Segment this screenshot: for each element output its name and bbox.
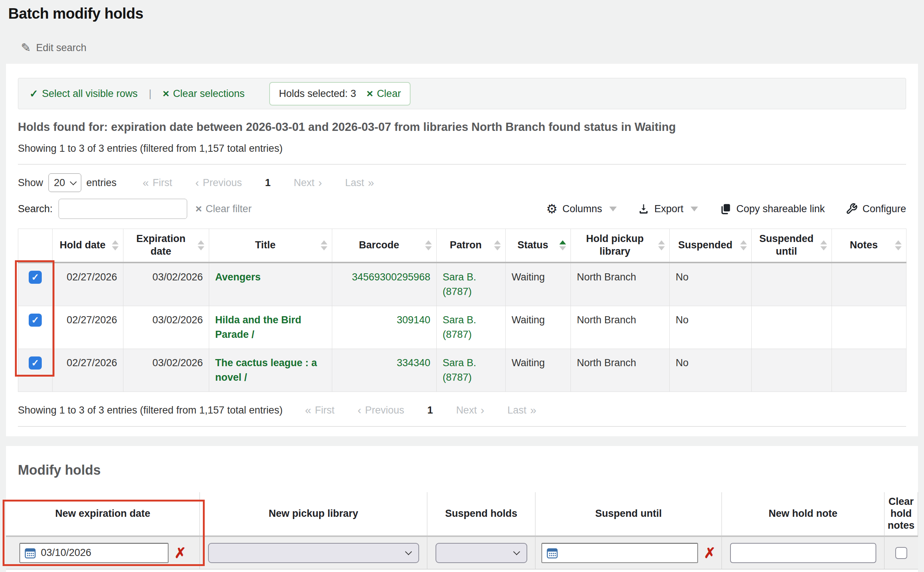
clear-hold-notes-cell — [884, 535, 918, 569]
edit-search-link[interactable]: ✎ Edit search — [21, 40, 87, 55]
select-all-visible-rows-link[interactable]: ✓ Select all visible rows — [30, 88, 138, 100]
search-input[interactable] — [59, 199, 187, 219]
divider-rule — [18, 164, 906, 165]
form-header-new-pickup-library: New pickup library — [200, 492, 427, 535]
configure-button[interactable]: Configure — [846, 203, 906, 215]
expiration-date-cell: 03/02/2026 — [123, 349, 209, 392]
clear-hold-notes-checkbox[interactable] — [895, 547, 907, 559]
pickup-library-cell: North Branch — [571, 306, 670, 349]
pagination-last: Last » — [508, 404, 537, 417]
title-link[interactable]: Avengers — [215, 272, 261, 283]
double-chevron-left-icon: « — [143, 176, 149, 189]
row-checkbox-checked[interactable]: ✓ — [29, 314, 42, 326]
select-column-header — [18, 229, 53, 263]
row-checkbox-checked[interactable]: ✓ — [29, 356, 42, 370]
form-header-suspend-until: Suspend until — [536, 492, 722, 535]
patron-link[interactable]: Sara B. (8787) — [443, 357, 476, 383]
suspended-cell: No — [670, 349, 752, 392]
select-all-label: Select all visible rows — [42, 88, 138, 99]
chevron-down-icon — [513, 549, 520, 555]
x-icon: × — [366, 88, 373, 99]
notes-cell — [832, 349, 907, 392]
clear-selected-holds-link[interactable]: × Clear — [366, 88, 401, 99]
double-chevron-right-icon: » — [530, 404, 537, 417]
clear-filter-link[interactable]: × Clear filter — [196, 203, 252, 215]
clear-suspend-until-button[interactable]: ✗ — [704, 546, 716, 560]
sort-icon — [425, 240, 432, 250]
pagination-previous: ‹ Previous — [196, 176, 242, 189]
new-expiration-date-input[interactable]: 03/10/2026 — [19, 543, 169, 563]
clear-expiration-date-button[interactable]: ✗ — [174, 546, 186, 560]
copy-link-label: Copy shareable link — [736, 203, 825, 215]
column-header-hold-date[interactable]: Hold date — [53, 229, 123, 263]
column-header-suspended-until[interactable]: Suspended until — [752, 229, 832, 263]
caret-down-icon — [691, 207, 698, 211]
batch-modify-holds-page: Batch modify holds ✎ Edit search ✓ Selec… — [0, 0, 924, 572]
calendar-icon — [547, 547, 558, 559]
check-icon: ✓ — [30, 88, 38, 100]
suspended-cell: No — [670, 306, 752, 349]
suspended-until-cell — [752, 306, 832, 349]
suspend-holds-select[interactable] — [436, 543, 527, 563]
title-link[interactable]: Hilda and the Bird Parade / — [215, 314, 301, 340]
column-header-suspended[interactable]: Suspended — [670, 229, 752, 263]
next-label: Next — [294, 177, 315, 189]
pagination-page-1[interactable]: 1 — [265, 177, 271, 189]
results-card: ✓ Select all visible rows | × Clear sele… — [6, 64, 918, 436]
row-checkbox-checked[interactable]: ✓ — [29, 271, 42, 284]
bottom-pagination-row: Showing 1 to 3 of 3 entries (filtered fr… — [18, 404, 906, 417]
barcode-link[interactable]: 334340 — [397, 357, 430, 368]
divider: | — [149, 88, 151, 99]
patron-link[interactable]: Sara B. (8787) — [443, 272, 476, 297]
new-hold-note-cell — [722, 535, 884, 569]
pencil-icon: ✎ — [21, 40, 31, 55]
table-header-row: Hold date Expiration date Title Barcode … — [18, 229, 907, 263]
table-row: ✓ 02/27/2026 03/02/2026 Avengers 3456930… — [18, 263, 907, 306]
status-cell: Waiting — [506, 349, 571, 392]
copy-shareable-link-button[interactable]: Copy shareable link — [719, 202, 825, 215]
pagination-next: Next › — [294, 176, 322, 189]
status-cell: Waiting — [506, 306, 571, 349]
chevron-down-icon — [405, 549, 412, 555]
export-button[interactable]: Export — [638, 203, 698, 215]
new-pickup-library-cell — [200, 535, 427, 569]
column-header-expiration-date[interactable]: Expiration date — [123, 229, 209, 263]
holds-selected-badge: Holds selected: 3 × Clear — [269, 82, 410, 106]
sort-icon — [895, 240, 902, 250]
column-header-status[interactable]: Status — [506, 229, 571, 263]
chevron-down-icon — [70, 178, 76, 185]
sort-icon — [494, 240, 501, 250]
table-row: ✓ 02/27/2026 03/02/2026 Hilda and the Bi… — [18, 306, 907, 349]
search-toolbar-row: Search: × Clear filter ⚙ Columns Export — [18, 199, 906, 219]
new-expiration-date-cell: 03/10/2026 ✗ — [6, 535, 200, 569]
suspended-cell: No — [670, 263, 752, 306]
configure-label: Configure — [862, 203, 906, 215]
suspend-until-input[interactable] — [541, 543, 698, 563]
sort-icon — [198, 240, 204, 250]
barcode-link[interactable]: 34569300295968 — [352, 272, 430, 283]
column-header-barcode[interactable]: Barcode — [332, 229, 436, 263]
columns-button[interactable]: ⚙ Columns — [546, 202, 617, 215]
chevron-left-icon: ‹ — [357, 404, 361, 417]
last-label: Last — [508, 404, 526, 416]
new-hold-note-input[interactable] — [730, 543, 876, 563]
column-header-patron[interactable]: Patron — [436, 229, 506, 263]
column-header-notes[interactable]: Notes — [832, 229, 907, 263]
pagination-page-1[interactable]: 1 — [427, 404, 433, 416]
new-pickup-library-select[interactable] — [208, 543, 419, 563]
column-header-hold-pickup-library[interactable]: Hold pickup library — [571, 229, 670, 263]
title-link[interactable]: The cactus league : a novel / — [215, 357, 317, 383]
search-label: Search: — [18, 203, 53, 215]
barcode-link[interactable]: 309140 — [397, 314, 430, 325]
clear-selections-link[interactable]: × Clear selections — [163, 88, 245, 99]
last-label: Last — [345, 177, 364, 189]
expiration-date-cell: 03/02/2026 — [123, 306, 209, 349]
pickup-library-cell: North Branch — [571, 349, 670, 392]
previous-label: Previous — [365, 404, 404, 416]
patron-link[interactable]: Sara B. (8787) — [443, 314, 476, 340]
sort-ascending-icon — [559, 240, 566, 250]
page-size-select[interactable]: 20 — [48, 173, 81, 192]
column-header-title[interactable]: Title — [209, 229, 332, 263]
x-icon: × — [163, 88, 169, 99]
edit-search-label: Edit search — [36, 42, 87, 54]
